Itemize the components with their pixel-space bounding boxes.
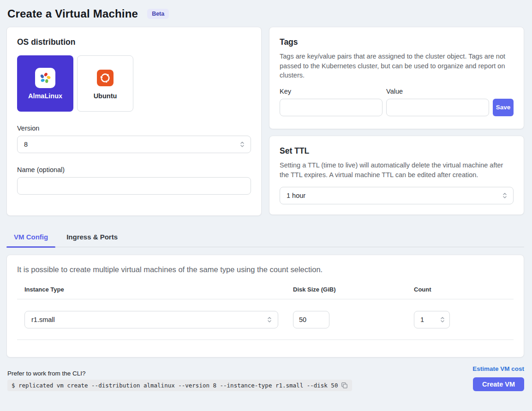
key-label: Key (280, 88, 383, 95)
ttl-description: Setting a TTL (time to live) will automa… (280, 161, 514, 179)
version-select-value: 8 (24, 141, 28, 148)
cli-command: $ replicated vm create --distribution al… (12, 382, 338, 389)
page-title: Create a Virtual Machine (7, 7, 138, 20)
page-footer: Prefer to work from the CLI? $ replicate… (7, 365, 524, 391)
vm-table-header: Instance Type Disk Size (GiB) Count (17, 286, 514, 299)
set-ttl-card: Set TTL Setting a TTL (time to live) wil… (269, 136, 524, 215)
vm-config-intro: It is possible to create multiple virtua… (17, 265, 514, 274)
cli-section: Prefer to work from the CLI? $ replicate… (7, 370, 352, 391)
estimate-vm-cost-link[interactable]: Estimate VM cost (472, 365, 524, 372)
count-header: Count (414, 286, 514, 293)
cli-prompt: Prefer to work from the CLI? (7, 370, 352, 377)
os-distribution-title: OS distribution (17, 37, 251, 47)
disk-size-input[interactable] (293, 311, 329, 328)
distribution-tiles: AlmaLinux Ubuntu (17, 55, 251, 112)
instance-type-value: r1.small (31, 316, 55, 323)
name-input[interactable] (17, 177, 251, 195)
beta-badge: Beta (147, 9, 169, 19)
os-distribution-card: OS distribution AlmaLinux (6, 27, 262, 216)
chevron-updown-icon (239, 141, 245, 148)
chevron-updown-icon (267, 316, 272, 323)
copy-icon[interactable] (341, 382, 348, 389)
tile-label-ubuntu: Ubuntu (94, 92, 117, 100)
tile-label-almalinux: AlmaLinux (28, 92, 62, 100)
top-cards-row: OS distribution AlmaLinux (0, 27, 532, 216)
create-vm-button[interactable]: Create VM (473, 377, 524, 391)
page-header: Create a Virtual Machine Beta (0, 0, 532, 27)
version-select[interactable]: 8 (17, 136, 251, 153)
tags-key-value-row: Key Value Save (280, 88, 514, 116)
tab-ingress-ports[interactable]: Ingress & Ports (59, 228, 125, 247)
tab-vm-config[interactable]: VM Config (6, 228, 55, 247)
chevron-updown-icon (502, 192, 508, 199)
save-button[interactable]: Save (493, 99, 514, 116)
stepper-chevrons-icon[interactable] (440, 316, 445, 324)
config-tabs: VM Config Ingress & Ports (6, 228, 524, 247)
tags-title: Tags (280, 37, 514, 47)
cli-command-bar: $ replicated vm create --distribution al… (7, 380, 352, 391)
tags-card: Tags Tags are key/value pairs that are a… (269, 27, 524, 129)
distribution-tile-ubuntu[interactable]: Ubuntu (77, 55, 133, 112)
disk-size-header: Disk Size (GiB) (293, 286, 414, 293)
tags-description: Tags are key/value pairs that are assign… (280, 52, 514, 80)
count-value: 1 (420, 316, 424, 323)
distribution-tile-almalinux[interactable]: AlmaLinux (17, 55, 73, 112)
right-column: Tags Tags are key/value pairs that are a… (269, 27, 524, 215)
instance-type-header: Instance Type (24, 286, 293, 293)
value-input[interactable] (386, 99, 489, 116)
ubuntu-logo-icon (95, 68, 115, 88)
vm-config-card: It is possible to create multiple virtua… (6, 255, 524, 357)
ttl-select[interactable]: 1 hour (280, 187, 514, 204)
instance-type-select[interactable]: r1.small (24, 311, 278, 328)
name-label: Name (optional) (17, 166, 251, 173)
count-stepper[interactable]: 1 (414, 311, 450, 328)
ttl-select-value: 1 hour (287, 192, 305, 199)
version-label: Version (17, 125, 251, 132)
almalinux-logo-icon (35, 68, 55, 88)
key-input[interactable] (280, 99, 383, 116)
ttl-title: Set TTL (280, 146, 514, 156)
footer-actions: Estimate VM cost Create VM (472, 365, 524, 391)
value-label: Value (386, 88, 489, 95)
vm-table-row: r1.small 1 (17, 299, 514, 340)
